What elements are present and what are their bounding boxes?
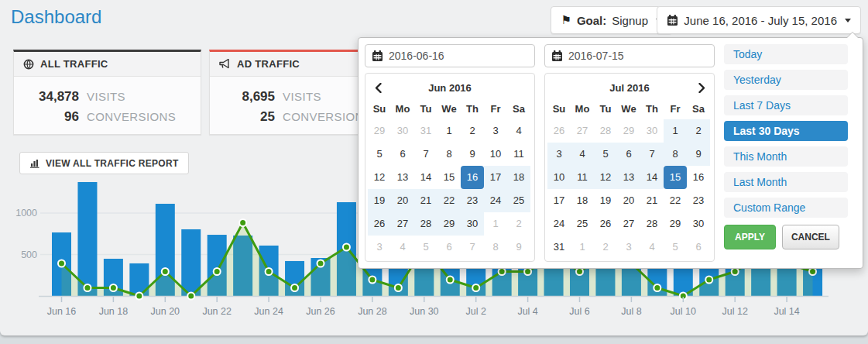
date-range-button[interactable]: June 16, 2016 - July 15, 2016	[657, 6, 861, 34]
calendar-day-cell[interactable]: 30	[640, 119, 664, 143]
calendar-day-cell[interactable]: 24	[484, 189, 507, 212]
calendar-day-cell[interactable]: 7	[640, 143, 664, 166]
calendar-day-cell[interactable]: 17	[547, 189, 571, 212]
calendar-day-cell[interactable]: 29	[617, 119, 640, 143]
chart-point[interactable]	[110, 284, 117, 291]
calendar-day-cell[interactable]: 8	[437, 143, 461, 166]
calendar-day-cell[interactable]: 15	[437, 166, 461, 189]
chart-bar[interactable]	[77, 182, 97, 296]
cancel-button[interactable]: CANCEL	[782, 225, 839, 249]
calendar-day-cell[interactable]: 23	[687, 189, 710, 212]
calendar-day-cell[interactable]: 5	[664, 236, 687, 259]
chart-point[interactable]	[58, 260, 65, 267]
calendar-day-cell[interactable]: 27	[571, 119, 594, 143]
chart-point[interactable]	[162, 268, 169, 275]
calendar-day-cell[interactable]: 29	[368, 119, 391, 143]
calendar-day-cell[interactable]: 19	[368, 189, 391, 212]
range-option-last-30-days[interactable]: Last 30 Days	[724, 121, 848, 141]
calendar-day-cell[interactable]: 3	[617, 236, 640, 259]
range-option-today[interactable]: Today	[724, 44, 848, 64]
chart-point[interactable]	[369, 277, 376, 284]
calendar-day-cell[interactable]: 27	[617, 212, 640, 236]
chart-point[interactable]	[732, 268, 739, 275]
calendar-day-cell[interactable]: 24	[547, 212, 571, 236]
chart-point[interactable]	[654, 284, 660, 291]
calendar-day-cell[interactable]: 25	[507, 189, 530, 212]
calendar-day-cell[interactable]: 6	[437, 236, 461, 259]
calendar-day-cell[interactable]: 3	[484, 119, 507, 143]
calendar-day-cell[interactable]: 10	[547, 166, 571, 189]
calendar-day-cell[interactable]: 19	[594, 189, 617, 212]
calendar-day-cell[interactable]: 28	[594, 119, 617, 143]
calendar-day-cell[interactable]: 8	[664, 143, 687, 166]
calendar-day-cell[interactable]: 2	[594, 236, 617, 259]
calendar-day-cell[interactable]: 22	[664, 189, 687, 212]
calendar-day-cell[interactable]: 21	[414, 189, 437, 212]
calendar-day-cell[interactable]: 1	[484, 212, 507, 236]
calendar-day-cell[interactable]: 14	[640, 166, 664, 189]
chart-point[interactable]	[187, 293, 194, 300]
view-all-traffic-report-button[interactable]: VIEW ALL TRAFFIC REPORT	[19, 152, 189, 174]
calendar-day-cell[interactable]: 6	[687, 236, 710, 259]
calendar-day-cell[interactable]: 30	[391, 119, 414, 143]
range-option-custom-range[interactable]: Custom Range	[724, 198, 848, 218]
calendar-day-cell[interactable]: 28	[640, 212, 664, 236]
calendar-day-cell[interactable]: 16	[687, 166, 710, 189]
calendar-day-cell[interactable]: 8	[484, 236, 507, 259]
chart-point[interactable]	[395, 284, 402, 291]
chart-point[interactable]	[136, 293, 142, 300]
chart-point[interactable]	[576, 268, 583, 275]
goal-selector-button[interactable]: ⚑ Goal: Signup	[551, 6, 672, 34]
calendar-day-cell[interactable]: 6	[617, 143, 640, 166]
chart-point[interactable]	[447, 277, 454, 284]
calendar-day-cell[interactable]: 20	[617, 189, 640, 212]
range-option-last-month[interactable]: Last Month	[724, 172, 848, 192]
range-option-this-month[interactable]: This Month	[724, 146, 848, 167]
calendar-day-cell[interactable]: 5	[414, 236, 437, 259]
calendar-day-cell[interactable]: 17	[484, 166, 507, 189]
calendar-day-cell[interactable]: 3	[368, 236, 391, 259]
calendar-day-cell[interactable]: 6	[391, 143, 414, 166]
calendar-day-cell[interactable]: 18	[571, 189, 594, 212]
chart-point[interactable]	[472, 284, 479, 291]
calendar-day-cell[interactable]: 4	[507, 119, 530, 143]
calendar-day-cell[interactable]: 9	[507, 236, 530, 259]
calendar-day-cell[interactable]: 13	[617, 166, 640, 189]
calendar-day-cell[interactable]: 9	[687, 143, 710, 166]
calendar-day-cell[interactable]: 29	[437, 212, 461, 236]
calendar-day-cell[interactable]: 15	[664, 166, 687, 189]
calendar-day-cell[interactable]: 7	[461, 236, 484, 259]
calendar-day-cell[interactable]: 3	[547, 143, 571, 166]
calendar-day-cell[interactable]: 16	[461, 166, 484, 189]
range-option-last-7-days[interactable]: Last 7 Days	[724, 95, 848, 115]
calendar-day-cell[interactable]: 25	[571, 212, 594, 236]
calendar-day-cell[interactable]: 4	[640, 236, 664, 259]
calendar-day-cell[interactable]: 27	[391, 212, 414, 236]
calendar-day-cell[interactable]: 22	[437, 189, 461, 212]
apply-button[interactable]: APPLY	[724, 225, 776, 249]
chart-point[interactable]	[239, 219, 246, 226]
calendar-day-cell[interactable]: 4	[571, 143, 594, 166]
calendar-day-cell[interactable]: 14	[414, 166, 437, 189]
chart-point[interactable]	[317, 260, 324, 267]
calendar-day-cell[interactable]: 21	[640, 189, 664, 212]
calendar-day-cell[interactable]: 26	[594, 212, 617, 236]
calendar-day-cell[interactable]: 1	[437, 119, 461, 143]
calendar-day-cell[interactable]: 31	[547, 236, 571, 259]
calendar-day-cell[interactable]: 5	[368, 143, 391, 166]
calendar-day-cell[interactable]: 30	[687, 212, 710, 236]
calendar-day-cell[interactable]: 20	[391, 189, 414, 212]
calendar-day-cell[interactable]: 26	[547, 119, 571, 143]
calendar-day-cell[interactable]: 30	[461, 212, 484, 236]
calendar-day-cell[interactable]: 2	[687, 119, 710, 143]
chart-point[interactable]	[524, 268, 531, 275]
chart-point[interactable]	[291, 284, 298, 291]
calendar-day-cell[interactable]: 13	[391, 166, 414, 189]
calendar-day-cell[interactable]: 5	[594, 143, 617, 166]
calendar-day-cell[interactable]: 1	[664, 119, 687, 143]
calendar-day-cell[interactable]: 31	[414, 119, 437, 143]
chart-point[interactable]	[499, 268, 506, 275]
calendar-day-cell[interactable]: 9	[461, 143, 484, 166]
chart-point[interactable]	[266, 268, 273, 275]
calendar-day-cell[interactable]: 11	[571, 166, 594, 189]
